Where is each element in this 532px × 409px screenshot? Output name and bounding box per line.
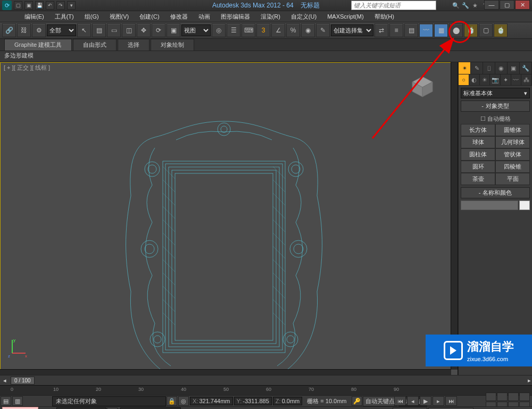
primitive-category[interactable]: 标准基本体▾ xyxy=(461,88,530,98)
time-ruler[interactable]: 0 10 20 30 40 50 60 70 80 90 xyxy=(0,385,532,395)
ribbon-panel[interactable]: 多边形建模 xyxy=(0,51,532,62)
time-slider[interactable]: ◂ 0 / 100 ▸ xyxy=(0,375,532,385)
ribbon-tab-2[interactable]: 选择 xyxy=(118,39,149,51)
menu-8[interactable]: 渲染(R) xyxy=(257,12,284,22)
next-frame[interactable]: ▸ xyxy=(433,396,444,406)
time-thumb[interactable]: 0 / 100 xyxy=(11,377,35,385)
nav-fov[interactable] xyxy=(519,393,530,401)
prim-torus[interactable]: 圆环 xyxy=(461,161,495,173)
prim-sphere[interactable]: 球体 xyxy=(461,136,495,148)
goto-start[interactable]: ⏮ xyxy=(394,396,406,406)
curve-editor-button[interactable]: 〰 xyxy=(419,23,433,37)
favorites-icon[interactable]: ★ xyxy=(471,1,479,10)
viewcube[interactable] xyxy=(410,74,435,99)
coord-x[interactable]: X:321.744mm xyxy=(190,397,233,405)
autogrid-check[interactable]: ☐ 自动栅格 xyxy=(459,114,532,124)
sub-lights[interactable]: ☀ xyxy=(480,74,491,85)
schematic-button[interactable]: ▦ xyxy=(434,23,448,37)
script-mini-listener[interactable]: ▤ xyxy=(1,396,11,406)
script-listener-2[interactable]: ▥ xyxy=(12,396,23,406)
play-button[interactable]: ▶ xyxy=(420,396,431,406)
coord-z[interactable]: Z:0.0mm xyxy=(273,397,302,405)
menu-0[interactable]: 编辑(E) xyxy=(21,12,47,22)
viewport[interactable]: [ + ][ 正交 ][ 线框 ] xyxy=(0,62,451,370)
edit-sets-button[interactable]: ✎ xyxy=(316,23,330,37)
material-editor-button[interactable]: ⬤ xyxy=(449,23,463,37)
tab-create[interactable]: ✴ xyxy=(459,62,471,74)
prim-cylinder[interactable]: 圆柱体 xyxy=(461,148,495,161)
menu-4[interactable]: 创建(C) xyxy=(136,12,162,22)
prim-plane[interactable]: 平面 xyxy=(495,173,530,185)
tab-hierarchy[interactable]: ⌷ xyxy=(483,62,495,74)
scale-button[interactable]: ▣ xyxy=(167,23,180,37)
add-time-tag[interactable]: 添加时间标记 xyxy=(120,407,181,410)
coord-y[interactable]: Y:-3311.885 xyxy=(234,397,272,405)
script-running[interactable]: ● 所在行: xyxy=(2,407,38,410)
select-button[interactable]: ↖ xyxy=(77,23,91,37)
sub-cameras[interactable]: 📷 xyxy=(490,74,501,85)
auto-key-button[interactable]: 自动关键点 xyxy=(363,396,397,406)
isolate-icon[interactable]: ◎ xyxy=(178,396,189,406)
ribbon-tab-0[interactable]: Graphite 建模工具 xyxy=(4,39,72,51)
render-frame-button[interactable]: ▢ xyxy=(479,23,493,37)
prim-box[interactable]: 长方体 xyxy=(461,124,495,136)
tab-modify[interactable]: ✎ xyxy=(471,62,483,74)
qat-redo[interactable]: ↷ xyxy=(56,1,65,10)
menu-6[interactable]: 动画 xyxy=(195,12,213,22)
tab-display[interactable]: ▣ xyxy=(508,62,520,74)
prev-key-icon[interactable]: ◂ xyxy=(0,377,10,384)
signin-icon[interactable]: 🔧 xyxy=(461,1,470,10)
set-key-button[interactable]: 设置关键点 xyxy=(393,407,427,410)
tab-utilities[interactable]: 🔧 xyxy=(520,62,532,74)
psnap-button[interactable]: % xyxy=(286,23,300,37)
object-color-swatch[interactable] xyxy=(519,201,530,210)
qat-open[interactable]: ▣ xyxy=(24,1,33,10)
keyboard-shortcut[interactable]: ⌨ xyxy=(242,23,255,37)
rollout-object-type[interactable]: -对象类型 xyxy=(461,101,530,112)
render-setup-button[interactable]: 🍵 xyxy=(464,23,478,37)
selectname-button[interactable]: ▤ xyxy=(92,23,106,37)
menu-11[interactable]: 帮助(H) xyxy=(371,12,397,22)
sub-shapes[interactable]: ◐ xyxy=(469,74,480,85)
rotate-button[interactable]: ⟳ xyxy=(152,23,165,37)
menu-3[interactable]: 视图(V) xyxy=(106,12,132,22)
app-icon[interactable]: ⟳ xyxy=(2,1,12,10)
window-crossing[interactable]: ◫ xyxy=(122,23,136,37)
infocenter-icon[interactable]: 🔍 xyxy=(452,1,460,10)
coord-system[interactable]: 视图 xyxy=(181,24,211,36)
qat-more[interactable]: ▾ xyxy=(67,1,76,10)
viewport-scrollbar-v[interactable] xyxy=(451,62,458,370)
ribbon-tab-1[interactable]: 自由形式 xyxy=(73,39,117,51)
key-icon[interactable]: 🔑 xyxy=(352,396,362,406)
prim-cone[interactable]: 圆锥体 xyxy=(495,124,530,136)
render-button[interactable]: 🍵 xyxy=(494,23,508,37)
mirror-button[interactable]: ⇄ xyxy=(375,23,388,37)
move-button[interactable]: ✥ xyxy=(137,23,151,37)
qat-undo[interactable]: ↶ xyxy=(46,1,54,10)
key-filter-button[interactable]: 关键点过滤器... xyxy=(428,407,473,410)
sub-systems[interactable]: ⁂ xyxy=(521,74,532,85)
minimize-button[interactable]: — xyxy=(484,0,499,10)
prev-frame[interactable]: ◂ xyxy=(407,396,419,406)
prim-teapot[interactable]: 茶壶 xyxy=(461,173,495,185)
prim-tube[interactable]: 管状体 xyxy=(495,148,530,161)
align-button[interactable]: ≡ xyxy=(389,23,403,37)
goto-end[interactable]: ⏭ xyxy=(445,396,457,406)
unlink-button[interactable]: ⛓ xyxy=(17,23,31,37)
sub-helpers[interactable]: ✦ xyxy=(501,74,511,85)
qat-new[interactable]: ▢ xyxy=(14,1,22,10)
menu-7[interactable]: 图形编辑器 xyxy=(218,12,253,22)
rollout-name-color[interactable]: -名称和颜色 xyxy=(461,187,530,198)
menu-5[interactable]: 修改器 xyxy=(167,12,191,22)
prim-pyramid[interactable]: 四棱锥 xyxy=(495,161,530,173)
snap-button[interactable]: 3 xyxy=(256,23,270,37)
asnap-button[interactable]: ∠ xyxy=(271,23,285,37)
next-key-icon[interactable]: ▸ xyxy=(528,377,531,384)
sub-geometry[interactable]: ○ xyxy=(459,74,469,85)
ribbon-tab-3[interactable]: 对象绘制 xyxy=(151,39,194,51)
menu-9[interactable]: 自定义(U) xyxy=(288,12,320,22)
nav-zoomall[interactable] xyxy=(497,393,508,401)
spinner-snap[interactable]: ◉ xyxy=(301,23,315,37)
sub-spacewarps[interactable]: 〰 xyxy=(511,74,522,85)
pivot-button[interactable]: ◎ xyxy=(212,23,226,37)
